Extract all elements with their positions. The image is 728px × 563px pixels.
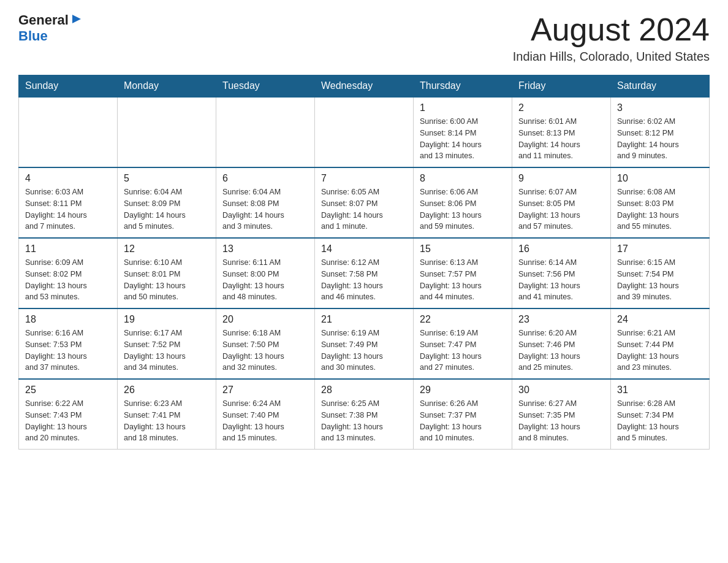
day-info: Sunrise: 6:06 AMSunset: 8:06 PMDaylight:… [420,186,506,232]
day-info: Sunrise: 6:10 AMSunset: 8:01 PMDaylight:… [124,257,210,303]
weekday-header: Sunday [19,75,118,98]
day-info: Sunrise: 6:00 AMSunset: 8:14 PMDaylight:… [420,116,506,162]
calendar-cell: 12Sunrise: 6:10 AMSunset: 8:01 PMDayligh… [118,238,216,308]
calendar-cell: 3Sunrise: 6:02 AMSunset: 8:12 PMDaylight… [611,97,710,167]
calendar-cell: 31Sunrise: 6:28 AMSunset: 7:34 PMDayligh… [611,379,710,450]
day-info: Sunrise: 6:25 AMSunset: 7:38 PMDaylight:… [321,398,407,444]
day-number: 15 [420,243,506,255]
day-number: 23 [518,314,604,325]
calendar-cell: 1Sunrise: 6:00 AMSunset: 8:14 PMDaylight… [414,97,512,167]
calendar-cell: 9Sunrise: 6:07 AMSunset: 8:05 PMDaylight… [512,167,611,238]
day-number: 31 [617,385,703,396]
day-info: Sunrise: 6:22 AMSunset: 7:43 PMDaylight:… [25,398,111,444]
day-number: 21 [321,314,407,325]
day-info: Sunrise: 6:02 AMSunset: 8:12 PMDaylight:… [617,116,703,162]
logo: General Blue [18,12,83,44]
day-number: 25 [25,385,111,396]
calendar-cell [216,97,315,167]
calendar-cell: 2Sunrise: 6:01 AMSunset: 8:13 PMDaylight… [512,97,611,167]
calendar-cell: 7Sunrise: 6:05 AMSunset: 8:07 PMDaylight… [315,167,414,238]
day-info: Sunrise: 6:09 AMSunset: 8:02 PMDaylight:… [25,257,111,303]
calendar-cell: 18Sunrise: 6:16 AMSunset: 7:53 PMDayligh… [19,308,118,379]
calendar-cell: 5Sunrise: 6:04 AMSunset: 8:09 PMDaylight… [118,167,216,238]
day-number: 6 [222,173,308,184]
day-info: Sunrise: 6:16 AMSunset: 7:53 PMDaylight:… [25,327,111,373]
logo-arrow-icon [70,12,83,26]
calendar-cell: 20Sunrise: 6:18 AMSunset: 7:50 PMDayligh… [216,308,315,379]
day-number: 4 [25,173,111,184]
calendar-header-row: SundayMondayTuesdayWednesdayThursdayFrid… [19,75,710,98]
day-number: 8 [420,173,506,184]
calendar-week-row: 18Sunrise: 6:16 AMSunset: 7:53 PMDayligh… [19,308,710,379]
day-info: Sunrise: 6:14 AMSunset: 7:56 PMDaylight:… [518,257,604,303]
day-info: Sunrise: 6:20 AMSunset: 7:46 PMDaylight:… [518,327,604,373]
day-info: Sunrise: 6:17 AMSunset: 7:52 PMDaylight:… [124,327,210,373]
calendar-cell: 28Sunrise: 6:25 AMSunset: 7:38 PMDayligh… [315,379,414,450]
calendar-cell: 22Sunrise: 6:19 AMSunset: 7:47 PMDayligh… [414,308,512,379]
day-info: Sunrise: 6:12 AMSunset: 7:58 PMDaylight:… [321,257,407,303]
day-number: 11 [25,243,111,255]
day-info: Sunrise: 6:19 AMSunset: 7:47 PMDaylight:… [420,327,506,373]
day-number: 13 [222,243,308,255]
calendar-cell: 29Sunrise: 6:26 AMSunset: 7:37 PMDayligh… [414,379,512,450]
day-info: Sunrise: 6:21 AMSunset: 7:44 PMDaylight:… [617,327,703,373]
day-info: Sunrise: 6:18 AMSunset: 7:50 PMDaylight:… [222,327,308,373]
day-info: Sunrise: 6:13 AMSunset: 7:57 PMDaylight:… [420,257,506,303]
day-info: Sunrise: 6:11 AMSunset: 8:00 PMDaylight:… [222,257,308,303]
logo-general: General [18,12,69,28]
day-number: 3 [617,102,703,113]
day-number: 17 [617,243,703,255]
calendar-cell: 23Sunrise: 6:20 AMSunset: 7:46 PMDayligh… [512,308,611,379]
day-info: Sunrise: 6:08 AMSunset: 8:03 PMDaylight:… [617,186,703,232]
day-info: Sunrise: 6:04 AMSunset: 8:08 PMDaylight:… [222,186,308,232]
calendar-cell [315,97,414,167]
weekday-header: Monday [118,75,216,98]
day-number: 30 [518,385,604,396]
day-number: 27 [222,385,308,396]
day-number: 9 [518,173,604,184]
calendar-cell: 24Sunrise: 6:21 AMSunset: 7:44 PMDayligh… [611,308,710,379]
calendar-week-row: 1Sunrise: 6:00 AMSunset: 8:14 PMDaylight… [19,97,710,167]
calendar-table: SundayMondayTuesdayWednesdayThursdayFrid… [18,75,710,450]
day-info: Sunrise: 6:28 AMSunset: 7:34 PMDaylight:… [617,398,703,444]
day-number: 14 [321,243,407,255]
calendar-cell: 30Sunrise: 6:27 AMSunset: 7:35 PMDayligh… [512,379,611,450]
title-section: August 2024 Indian Hills, Colorado, Unit… [513,12,710,64]
day-info: Sunrise: 6:27 AMSunset: 7:35 PMDaylight:… [518,398,604,444]
svg-marker-0 [72,15,81,23]
calendar-cell [19,97,118,167]
calendar-cell: 26Sunrise: 6:23 AMSunset: 7:41 PMDayligh… [118,379,216,450]
calendar-cell: 14Sunrise: 6:12 AMSunset: 7:58 PMDayligh… [315,238,414,308]
day-number: 19 [124,314,210,325]
day-number: 16 [518,243,604,255]
day-info: Sunrise: 6:15 AMSunset: 7:54 PMDaylight:… [617,257,703,303]
page-header: General Blue August 2024 Indian Hills, C… [18,12,710,64]
calendar-cell: 19Sunrise: 6:17 AMSunset: 7:52 PMDayligh… [118,308,216,379]
calendar-cell: 13Sunrise: 6:11 AMSunset: 8:00 PMDayligh… [216,238,315,308]
day-number: 2 [518,102,604,113]
month-title: August 2024 [513,12,710,47]
day-number: 18 [25,314,111,325]
day-info: Sunrise: 6:01 AMSunset: 8:13 PMDaylight:… [518,116,604,162]
calendar-week-row: 11Sunrise: 6:09 AMSunset: 8:02 PMDayligh… [19,238,710,308]
calendar-cell: 25Sunrise: 6:22 AMSunset: 7:43 PMDayligh… [19,379,118,450]
day-number: 5 [124,173,210,184]
day-info: Sunrise: 6:26 AMSunset: 7:37 PMDaylight:… [420,398,506,444]
day-info: Sunrise: 6:07 AMSunset: 8:05 PMDaylight:… [518,186,604,232]
day-info: Sunrise: 6:05 AMSunset: 8:07 PMDaylight:… [321,186,407,232]
location-title: Indian Hills, Colorado, United States [513,50,710,64]
day-number: 29 [420,385,506,396]
day-number: 7 [321,173,407,184]
calendar-cell: 8Sunrise: 6:06 AMSunset: 8:06 PMDaylight… [414,167,512,238]
calendar-cell: 21Sunrise: 6:19 AMSunset: 7:49 PMDayligh… [315,308,414,379]
day-number: 1 [420,102,506,113]
day-number: 10 [617,173,703,184]
calendar-week-row: 25Sunrise: 6:22 AMSunset: 7:43 PMDayligh… [19,379,710,450]
day-info: Sunrise: 6:23 AMSunset: 7:41 PMDaylight:… [124,398,210,444]
day-number: 28 [321,385,407,396]
calendar-week-row: 4Sunrise: 6:03 AMSunset: 8:11 PMDaylight… [19,167,710,238]
day-number: 26 [124,385,210,396]
calendar-cell [118,97,216,167]
calendar-cell: 15Sunrise: 6:13 AMSunset: 7:57 PMDayligh… [414,238,512,308]
day-number: 24 [617,314,703,325]
